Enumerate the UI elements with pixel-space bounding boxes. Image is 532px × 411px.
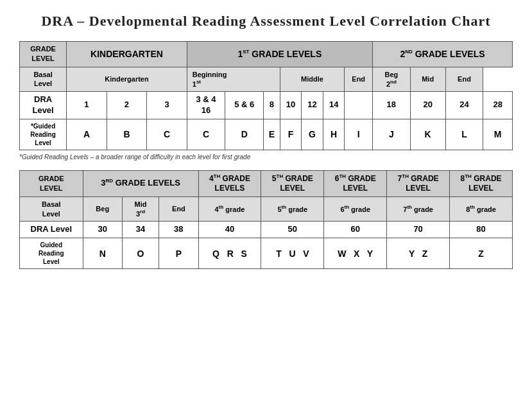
dra-12: 12 (302, 92, 323, 119)
basal-kinder: Kindergarten (67, 67, 187, 91)
basal-end3: End (159, 197, 198, 222)
grade4-header: 4th GradeLevels (198, 170, 261, 197)
guided-F: F (280, 119, 302, 150)
dra-18: 18 (372, 92, 410, 119)
dra-10: 10 (280, 92, 302, 119)
basal-7th: 7th grade (387, 197, 450, 222)
dra-38: 38 (159, 222, 198, 238)
footnote: *Guided Reading Levels – a broader range… (19, 153, 513, 161)
basal-mid2: Mid (410, 67, 445, 91)
page-title: DRA – Developmental Reading Assessment L… (19, 13, 513, 30)
basal-label-2: BasalLevel (20, 197, 83, 222)
basal-beg3: Beg (83, 197, 122, 222)
guided-L: L (445, 119, 483, 150)
dra-80: 80 (450, 222, 513, 238)
grade3-header: 3rd Grade Levels (83, 170, 198, 197)
guided-A: A (67, 119, 107, 150)
dra-3: 3 (147, 92, 187, 119)
dra-30: 30 (83, 222, 122, 238)
dra-28: 28 (483, 92, 513, 119)
grade-level-header-2: GRADELEVEL (20, 170, 83, 197)
basal-beg2: Beg2nd (372, 67, 410, 91)
guided-WXY: W X Y (324, 238, 387, 269)
dra-8: 8 (264, 92, 280, 119)
guided-J: J (372, 119, 410, 150)
dra-space (345, 92, 373, 119)
guided-I: I (345, 119, 373, 150)
dra-5-6: 5 & 6 (225, 92, 264, 119)
dra-label-1: DRALevel (20, 92, 67, 119)
guided-label-1: *GuidedReadingLevel (20, 119, 67, 150)
guided-H: H (323, 119, 345, 150)
guided-G: G (302, 119, 323, 150)
grade2-header: 2nd Grade Levels (372, 42, 512, 67)
basal-end2: End (445, 67, 483, 91)
dra-14: 14 (323, 92, 345, 119)
basal-mid1: Middle (280, 67, 345, 91)
dra-2: 2 (107, 92, 147, 119)
basal-beg1: Beginning1st (187, 67, 280, 91)
table1-section: GRADELEVEL Kindergarten 1st Grade Levels… (19, 41, 513, 161)
basal-mid3: Mid3rd (122, 197, 159, 222)
table2: GRADELEVEL 3rd Grade Levels 4th GradeLev… (19, 170, 513, 269)
guided-C1: C (147, 119, 187, 150)
guided-P: P (159, 238, 198, 269)
dra-40: 40 (198, 222, 261, 238)
dra-20: 20 (410, 92, 445, 119)
dra-50: 50 (261, 222, 324, 238)
grade5-header: 5th GradeLevel (261, 170, 324, 197)
guided-C2: C (187, 119, 225, 150)
guided-M: M (483, 119, 513, 150)
basal-5th: 5th grade (261, 197, 324, 222)
basal-4th: 4th grade (198, 197, 261, 222)
dra-24: 24 (445, 92, 483, 119)
basal-end1: End (345, 67, 373, 91)
table2-section: GRADELEVEL 3rd Grade Levels 4th GradeLev… (19, 170, 513, 269)
grade7-header: 7th GradeLevel (387, 170, 450, 197)
kindergarten-header: Kindergarten (67, 42, 187, 67)
basal-6th: 6th grade (324, 197, 387, 222)
basal-8th: 8th grade (450, 197, 513, 222)
grade6-header: 6th GradeLevel (324, 170, 387, 197)
dra-3-4-16: 3 & 416 (187, 92, 225, 119)
dra-1: 1 (67, 92, 107, 119)
guided-YZ: Y Z (387, 238, 450, 269)
guided-label-2: GuidedReadingLevel (20, 238, 83, 269)
guided-TUV: T U V (261, 238, 324, 269)
dra-34: 34 (122, 222, 159, 238)
guided-D: D (225, 119, 264, 150)
guided-E: E (264, 119, 280, 150)
guided-K: K (410, 119, 445, 150)
guided-QRS: Q R S (198, 238, 261, 269)
grade-level-header-1: GRADELEVEL (20, 42, 67, 67)
dra-label-2: DRA Level (20, 222, 83, 238)
guided-N: N (83, 238, 122, 269)
grade1-header: 1st Grade Levels (187, 42, 372, 67)
guided-Z2: Z (450, 238, 513, 269)
basal-label: BasalLevel (20, 67, 67, 91)
guided-O: O (122, 238, 159, 269)
dra-70: 70 (387, 222, 450, 238)
grade8-header: 8th GradeLevel (450, 170, 513, 197)
dra-60: 60 (324, 222, 387, 238)
guided-B: B (107, 119, 147, 150)
table1: GRADELEVEL Kindergarten 1st Grade Levels… (19, 41, 513, 150)
